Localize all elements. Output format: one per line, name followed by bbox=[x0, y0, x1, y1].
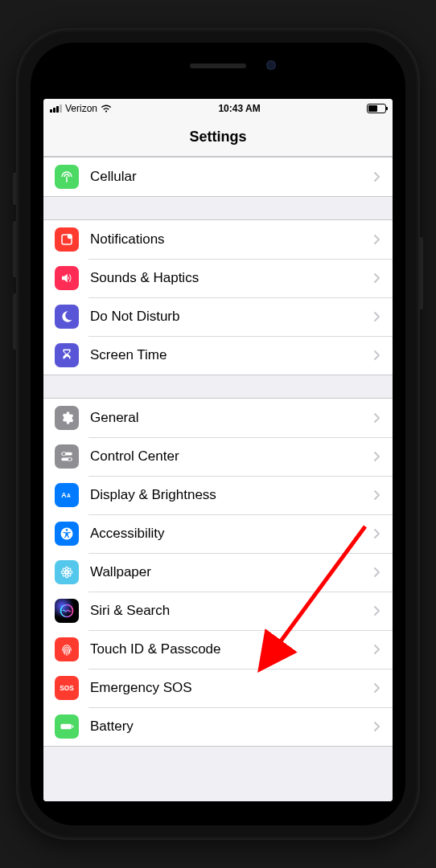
antenna-icon bbox=[55, 165, 79, 189]
toggles-icon bbox=[55, 444, 79, 469]
settings-row-controlcenter[interactable]: Control Center bbox=[43, 437, 393, 476]
svg-point-6 bbox=[68, 457, 72, 461]
row-label: Screen Time bbox=[90, 347, 373, 363]
row-label: Display & Brightness bbox=[90, 487, 373, 503]
svg-rect-23 bbox=[72, 725, 74, 727]
svg-text:A: A bbox=[67, 493, 71, 498]
chevron-right-icon bbox=[373, 311, 381, 322]
settings-row-battery[interactable]: Battery bbox=[43, 707, 393, 746]
nav-bar: Settings bbox=[43, 118, 393, 157]
settings-row-touchid[interactable]: Touch ID & Passcode bbox=[43, 630, 393, 669]
gear-icon bbox=[55, 406, 79, 430]
chevron-right-icon bbox=[373, 412, 381, 424]
screen: Verizon 10:43 AM Settings bbox=[43, 99, 393, 801]
settings-row-display[interactable]: AADisplay & Brightness bbox=[43, 476, 393, 514]
settings-row-siri[interactable]: Siri & Search bbox=[43, 592, 393, 630]
status-bar: Verizon 10:43 AM bbox=[43, 99, 393, 118]
notifications-icon bbox=[55, 227, 79, 252]
svg-rect-22 bbox=[61, 724, 72, 730]
row-label: Do Not Disturb bbox=[90, 309, 373, 325]
phone-bezel: Verizon 10:43 AM Settings bbox=[31, 43, 405, 825]
moon-icon bbox=[55, 305, 79, 329]
siri-icon bbox=[55, 599, 79, 623]
chevron-right-icon bbox=[373, 605, 381, 616]
hourglass-icon bbox=[55, 343, 79, 367]
row-label: Sounds & Haptics bbox=[90, 270, 373, 286]
svg-point-4 bbox=[62, 452, 66, 456]
row-label: Touch ID & Passcode bbox=[90, 641, 373, 657]
sos-icon: SOS bbox=[55, 676, 79, 700]
svg-text:SOS: SOS bbox=[60, 685, 74, 692]
settings-group: Cellular bbox=[43, 157, 393, 197]
chevron-right-icon bbox=[373, 644, 381, 655]
group-separator bbox=[43, 197, 393, 219]
battery-icon bbox=[55, 714, 79, 739]
chevron-right-icon bbox=[373, 234, 381, 245]
settings-row-accessibility[interactable]: Accessibility bbox=[43, 514, 393, 553]
speaker-grille bbox=[190, 63, 246, 68]
row-label: Siri & Search bbox=[90, 603, 373, 619]
row-label: General bbox=[90, 410, 373, 426]
settings-row-sos[interactable]: SOSEmergency SOS bbox=[43, 669, 393, 707]
settings-row-sounds[interactable]: Sounds & Haptics bbox=[43, 259, 393, 297]
accessibility-icon bbox=[55, 522, 79, 546]
phone-frame: Verizon 10:43 AM Settings bbox=[16, 28, 420, 840]
settings-row-notifications[interactable]: Notifications bbox=[43, 220, 393, 259]
settings-group: GeneralControl CenterAADisplay & Brightn… bbox=[43, 398, 393, 747]
settings-group: NotificationsSounds & HapticsDo Not Dist… bbox=[43, 219, 393, 375]
row-label: Wallpaper bbox=[90, 564, 373, 580]
row-label: Cellular bbox=[90, 169, 373, 185]
chevron-right-icon bbox=[373, 721, 381, 732]
row-label: Accessibility bbox=[90, 526, 373, 542]
row-label: Battery bbox=[90, 719, 373, 735]
chevron-right-icon bbox=[373, 528, 381, 539]
chevron-right-icon bbox=[373, 272, 381, 284]
row-label: Notifications bbox=[90, 231, 373, 248]
svg-text:A: A bbox=[61, 491, 67, 499]
row-label: Control Center bbox=[90, 448, 373, 465]
battery-icon bbox=[367, 104, 386, 113]
chevron-right-icon bbox=[373, 567, 381, 578]
group-separator bbox=[43, 375, 393, 398]
flower-icon bbox=[55, 560, 79, 584]
chevron-right-icon bbox=[373, 171, 381, 182]
front-camera bbox=[266, 60, 276, 70]
textsize-icon: AA bbox=[55, 483, 79, 507]
time-label: 10:43 AM bbox=[218, 103, 260, 114]
signal-strength-icon bbox=[50, 104, 62, 113]
chevron-right-icon bbox=[373, 350, 381, 361]
settings-row-dnd[interactable]: Do Not Disturb bbox=[43, 297, 393, 336]
page-title: Settings bbox=[189, 129, 246, 145]
speaker-icon bbox=[55, 266, 79, 290]
settings-list[interactable]: CellularNotificationsSounds & HapticsDo … bbox=[43, 157, 393, 801]
chevron-right-icon bbox=[373, 682, 381, 694]
chevron-right-icon bbox=[373, 451, 381, 462]
carrier-label: Verizon bbox=[65, 103, 97, 114]
svg-point-2 bbox=[68, 234, 72, 239]
settings-row-screentime[interactable]: Screen Time bbox=[43, 336, 393, 375]
chevron-right-icon bbox=[373, 489, 381, 501]
svg-point-10 bbox=[66, 529, 68, 531]
settings-row-wallpaper[interactable]: Wallpaper bbox=[43, 553, 393, 592]
fingerprint-icon bbox=[55, 637, 79, 661]
row-label: Emergency SOS bbox=[90, 680, 373, 696]
settings-row-general[interactable]: General bbox=[43, 399, 393, 437]
wifi-icon bbox=[101, 103, 112, 114]
settings-row-cellular[interactable]: Cellular bbox=[43, 158, 393, 196]
